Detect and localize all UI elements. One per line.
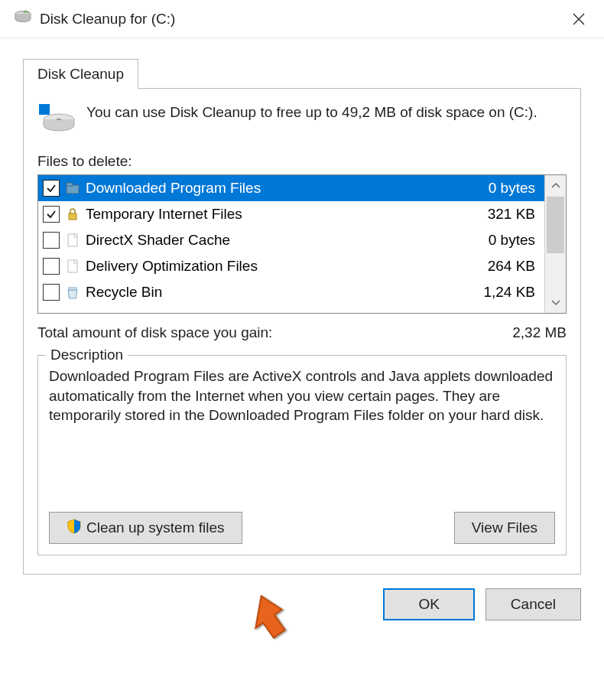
file-size: 0 bytes [489, 180, 540, 197]
svg-rect-10 [68, 234, 77, 246]
file-icon [64, 258, 81, 275]
svg-rect-7 [67, 185, 79, 194]
disk-icon [37, 103, 76, 138]
file-name: Temporary Internet Files [86, 206, 488, 223]
description-legend: Description [46, 347, 128, 363]
clean-up-system-files-button[interactable]: Clean up system files [49, 512, 242, 544]
scrollbar[interactable] [544, 175, 566, 313]
svg-rect-9 [69, 213, 76, 220]
svg-rect-4 [39, 104, 44, 109]
checkbox[interactable] [43, 284, 60, 301]
dialog-button-row: OK Cancel [0, 575, 604, 620]
file-size: 1,24 KB [483, 284, 540, 301]
file-size: 0 bytes [489, 232, 540, 249]
file-size: 321 KB [488, 206, 540, 223]
summary-row: You can use Disk Cleanup to free up to 4… [37, 103, 567, 138]
file-row[interactable]: Recycle Bin1,24 KB [38, 279, 544, 305]
clean-up-system-files-label: Clean up system files [86, 519, 225, 536]
description-fieldset: Description Downloaded Program Files are… [37, 355, 567, 555]
tab-content: You can use Disk Cleanup to free up to 4… [23, 88, 581, 575]
file-size: 264 KB [488, 258, 540, 275]
checkbox[interactable] [43, 180, 60, 197]
file-name: Downloaded Program Files [86, 180, 489, 197]
cancel-button[interactable]: Cancel [485, 588, 581, 620]
close-button[interactable] [560, 4, 598, 34]
file-row[interactable]: Downloaded Program Files0 bytes [38, 175, 544, 201]
svg-rect-8 [67, 183, 73, 186]
lock-icon [64, 206, 81, 223]
file-row[interactable]: Temporary Internet Files321 KB [38, 201, 544, 227]
shield-icon [67, 519, 82, 538]
scroll-thumb[interactable] [547, 197, 564, 253]
window-title: Disk Cleanup for (C:) [40, 11, 560, 28]
scroll-down-button[interactable] [545, 291, 566, 313]
file-icon [64, 232, 81, 249]
file-name: Recycle Bin [86, 284, 483, 301]
tabbar: Disk Cleanup [23, 58, 604, 88]
file-name: DirectX Shader Cache [86, 232, 489, 249]
description-text: Downloaded Program Files are ActiveX con… [49, 366, 555, 497]
ok-label: OK [418, 596, 439, 613]
view-files-label: View Files [472, 519, 537, 536]
recycle-icon [64, 284, 81, 301]
chevron-up-icon [551, 181, 560, 190]
files-to-delete-label: Files to delete: [37, 153, 567, 170]
file-row[interactable]: Delivery Optimization Files264 KB [38, 253, 544, 279]
chevron-down-icon [551, 298, 560, 307]
scroll-up-button[interactable] [545, 175, 566, 197]
file-list[interactable]: Downloaded Program Files0 bytesTemporary… [37, 174, 567, 314]
close-icon [572, 12, 586, 26]
view-files-button[interactable]: View Files [454, 512, 555, 544]
summary-text: You can use Disk Cleanup to free up to 4… [86, 103, 537, 122]
titlebar: Disk Cleanup for (C:) [0, 0, 604, 38]
ok-button[interactable]: OK [383, 588, 474, 620]
tab-disk-cleanup[interactable]: Disk Cleanup [23, 59, 138, 89]
total-row: Total amount of disk space you gain: 2,3… [37, 324, 567, 341]
checkbox[interactable] [43, 206, 60, 223]
checkbox[interactable] [43, 232, 60, 249]
cancel-label: Cancel [511, 596, 556, 613]
file-name: Delivery Optimization Files [86, 258, 488, 275]
file-row[interactable]: DirectX Shader Cache0 bytes [38, 227, 544, 253]
folder-icon [64, 180, 81, 197]
svg-rect-12 [69, 288, 76, 290]
svg-rect-11 [68, 260, 77, 272]
svg-point-6 [57, 119, 61, 120]
total-value: 2,32 MB [512, 324, 567, 341]
checkbox[interactable] [43, 258, 60, 275]
scroll-track[interactable] [545, 197, 566, 291]
disk-cleanup-icon [14, 8, 32, 30]
total-label: Total amount of disk space you gain: [37, 324, 512, 341]
